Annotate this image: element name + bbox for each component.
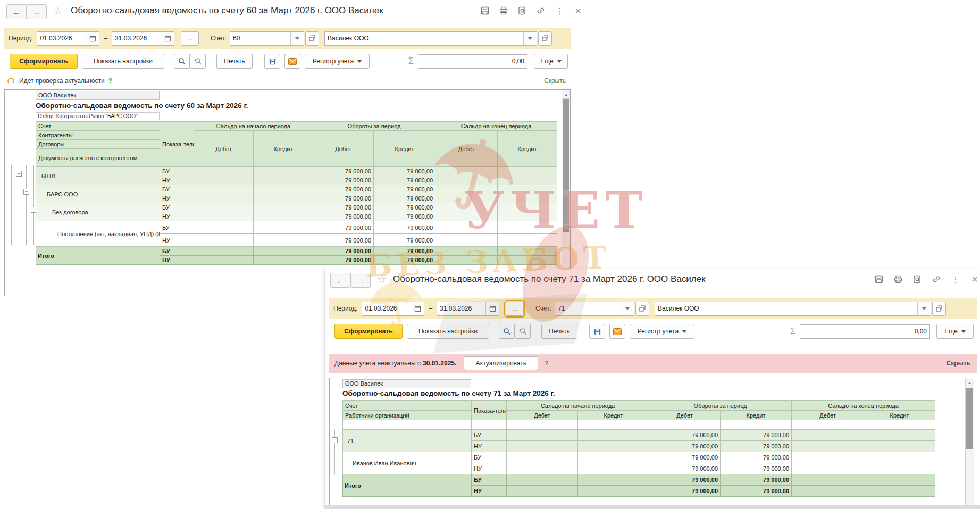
end-credit[interactable] [864, 486, 935, 497]
begin-credit[interactable] [578, 463, 649, 474]
calendar-icon[interactable] [485, 302, 499, 315]
row-label[interactable]: БАРС ООО [36, 185, 160, 203]
turn-credit[interactable]: 79 000,00 [721, 452, 792, 463]
turn-credit[interactable]: 79 000,00 [721, 474, 792, 486]
scroll-up-icon[interactable]: ▲ [562, 90, 570, 99]
turn-credit[interactable]: 79 000,00 [374, 203, 435, 212]
report-org-cell[interactable]: ООО Василек [342, 379, 471, 388]
organization-input[interactable] [655, 302, 917, 315]
preview-icon[interactable] [911, 273, 924, 286]
end-debit[interactable] [792, 452, 864, 463]
turn-debit[interactable]: 79 000,00 [313, 234, 374, 247]
end-debit[interactable] [435, 167, 498, 176]
save-file-icon[interactable] [589, 324, 605, 339]
indicator-cell[interactable]: НУ [160, 256, 194, 265]
turn-credit[interactable]: 79 000,00 [374, 247, 435, 256]
calendar-icon[interactable] [411, 302, 424, 315]
show-settings-button[interactable]: Показать настройки [407, 324, 489, 339]
indicator-cell[interactable]: БУ [472, 452, 507, 463]
indicator-cell[interactable]: НУ [160, 212, 194, 221]
indicator-cell[interactable]: НУ [472, 441, 507, 452]
end-debit[interactable] [435, 185, 498, 194]
more-menu-icon[interactable]: ⋮ [949, 273, 962, 286]
end-credit[interactable] [864, 463, 935, 474]
sum-field[interactable] [800, 324, 930, 339]
chevron-down-icon[interactable] [523, 32, 537, 45]
begin-credit[interactable] [254, 256, 313, 265]
organization-input[interactable] [325, 32, 523, 45]
end-debit[interactable] [435, 221, 498, 234]
email-icon[interactable] [609, 324, 625, 339]
turn-debit[interactable]: 79 000,00 [313, 256, 374, 265]
forward-button[interactable]: → [27, 4, 47, 19]
favorite-star-icon[interactable]: ☆ [377, 273, 387, 286]
period-options-button[interactable]: ... [181, 31, 199, 46]
begin-debit[interactable] [194, 194, 254, 203]
end-debit[interactable] [792, 474, 864, 486]
chevron-down-icon[interactable] [917, 302, 931, 315]
begin-debit[interactable] [507, 430, 578, 441]
indicator-cell[interactable]: НУ [160, 176, 194, 185]
date-from-field[interactable] [362, 302, 424, 316]
end-credit[interactable] [864, 452, 935, 463]
more-button[interactable]: Еще [534, 54, 568, 69]
date-from-input[interactable] [362, 302, 411, 315]
end-debit[interactable] [435, 194, 498, 203]
row-label[interactable]: Без договора [36, 203, 160, 221]
end-credit[interactable] [498, 167, 557, 176]
help-icon[interactable]: ? [108, 77, 112, 85]
end-credit[interactable] [498, 247, 557, 256]
save-icon[interactable] [873, 273, 885, 286]
turn-debit[interactable]: 79 000,00 [649, 463, 721, 474]
account-field[interactable] [555, 302, 634, 316]
turn-debit[interactable]: 79 000,00 [649, 452, 721, 463]
begin-debit[interactable] [194, 247, 254, 256]
favorite-star-icon[interactable]: ☆ [53, 4, 63, 17]
account-picker-button[interactable] [635, 302, 649, 316]
begin-debit[interactable] [507, 441, 578, 452]
account-input[interactable] [230, 32, 290, 45]
horizontal-scrollbar[interactable] [325, 505, 980, 509]
turn-credit[interactable]: 79 000,00 [374, 194, 435, 203]
begin-debit[interactable] [194, 167, 254, 176]
sum-input[interactable] [800, 325, 929, 338]
begin-credit[interactable] [254, 221, 313, 234]
indicator-cell[interactable]: БУ [160, 247, 194, 256]
total-label[interactable]: Итого [343, 474, 472, 497]
end-credit[interactable] [498, 176, 557, 185]
back-button[interactable]: ← [6, 4, 27, 19]
end-debit[interactable] [792, 441, 864, 452]
turn-credit[interactable]: 79 000,00 [721, 441, 792, 452]
begin-credit[interactable] [254, 176, 313, 185]
print-button[interactable]: Печать [216, 54, 253, 69]
turn-credit[interactable]: 79 000,00 [374, 212, 435, 221]
account-field[interactable] [230, 31, 304, 46]
indicator-cell[interactable]: НУ [160, 234, 194, 247]
calendar-icon[interactable] [86, 32, 99, 45]
begin-credit[interactable] [578, 441, 649, 452]
indicator-cell[interactable]: НУ [472, 486, 507, 497]
turn-debit[interactable]: 79 000,00 [649, 474, 721, 486]
begin-debit[interactable] [507, 452, 578, 463]
end-credit[interactable] [864, 474, 935, 486]
account-picker-button[interactable] [305, 31, 319, 46]
begin-credit[interactable] [578, 486, 649, 497]
print-button[interactable]: Печать [541, 324, 577, 339]
turn-credit[interactable]: 79 000,00 [374, 234, 435, 247]
date-to-input[interactable] [112, 32, 161, 45]
help-icon[interactable]: ? [545, 360, 548, 367]
date-to-field[interactable] [112, 31, 174, 46]
account-input[interactable] [555, 302, 621, 315]
turn-debit[interactable]: 79 000,00 [313, 212, 374, 221]
begin-debit[interactable] [194, 212, 254, 221]
actualize-button[interactable]: Актуализировать [464, 356, 538, 370]
begin-debit[interactable] [194, 185, 254, 194]
generate-button[interactable]: Сформировать [10, 54, 78, 69]
hide-link[interactable]: Скрыть [544, 77, 566, 85]
register-button[interactable]: Регистр учета [305, 54, 370, 69]
organization-picker-button[interactable] [538, 31, 552, 46]
indicator-cell[interactable]: БУ [160, 167, 194, 176]
turn-debit[interactable]: 79 000,00 [313, 247, 374, 256]
turn-debit[interactable]: 79 000,00 [313, 185, 374, 194]
scrollbar-thumb[interactable] [563, 99, 569, 232]
